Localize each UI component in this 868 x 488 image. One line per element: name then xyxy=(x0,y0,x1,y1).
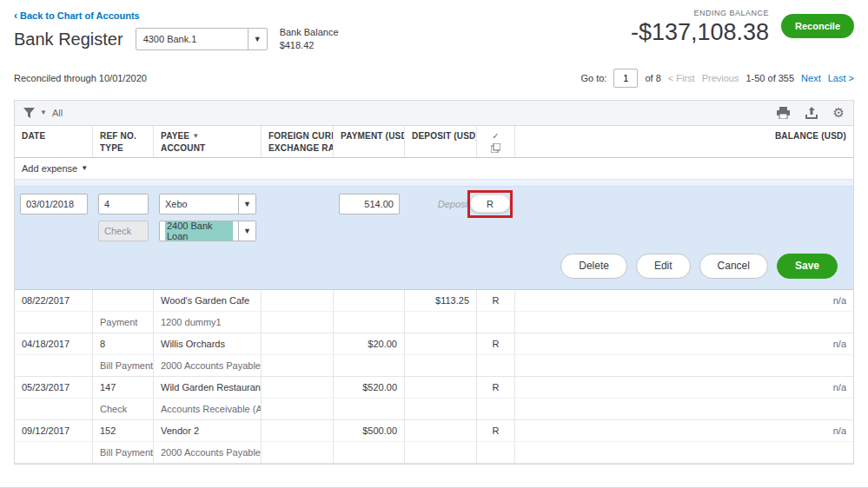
pager-range: 1-50 of 355 xyxy=(745,73,794,83)
row-payment: $500.00 xyxy=(334,420,405,441)
pager-previous[interactable]: Previous xyxy=(702,73,739,83)
bank-register-page: ‹Back to Chart of Accounts Bank Register… xyxy=(0,0,868,488)
row-deposit: $113.25 xyxy=(405,290,477,311)
row-payment xyxy=(334,290,405,311)
edit-date-input[interactable] xyxy=(20,194,88,214)
row-date: 08/22/2017 xyxy=(15,290,93,311)
subheader: Reconciled through 10/01/2020 Go to: of … xyxy=(0,53,868,88)
transaction-edit-block: ▼ Deposit R 2400 Bank Loan xyxy=(15,180,853,290)
row-account: 2000 Accounts Payable xyxy=(154,355,262,376)
edit-payment-input[interactable] xyxy=(339,194,400,214)
page-header: ‹Back to Chart of Accounts Bank Register… xyxy=(0,0,868,53)
account-select[interactable]: 4300 Bank.1 ▼ xyxy=(136,28,268,50)
add-expense-dropdown[interactable]: Add expense ▼ xyxy=(15,158,853,180)
col-header-payment[interactable]: PAYMENT (USD) xyxy=(334,126,405,142)
back-to-chart-of-accounts-link[interactable]: ‹Back to Chart of Accounts xyxy=(14,10,140,22)
delete-button[interactable]: Delete xyxy=(560,254,627,279)
header-left: ‹Back to Chart of Accounts Bank Register… xyxy=(14,7,339,53)
register-table: ▼ All ⚙ DATE REF NO. PAYEE▼ FOREIGN CURR… xyxy=(14,100,854,465)
row-type: Bill Payment xyxy=(93,355,154,376)
col-header-balance: BALANCE (USD) xyxy=(515,126,853,142)
row-ref-no xyxy=(93,290,154,311)
col-header-deposit[interactable]: DEPOSIT (USD) xyxy=(405,126,477,142)
pagination: Go to: of 8 < First Previous 1-50 of 355… xyxy=(580,69,854,88)
row-payee: Wood's Garden Cafe xyxy=(154,290,262,311)
col-header-date[interactable]: DATE xyxy=(15,126,93,142)
pager-last[interactable]: Last > xyxy=(828,73,854,83)
goto-page-input[interactable] xyxy=(613,69,638,88)
edit-button[interactable]: Edit xyxy=(636,254,691,279)
col-header-ref-no[interactable]: REF NO. xyxy=(93,126,154,142)
chevron-down-icon[interactable]: ▼ xyxy=(238,221,255,241)
reconcile-button[interactable]: Reconcile xyxy=(781,14,854,38)
back-link-label: Back to Chart of Accounts xyxy=(20,10,140,21)
table-header: DATE REF NO. PAYEE▼ FOREIGN CURRENC PAYM… xyxy=(15,126,853,158)
col-header-payee[interactable]: PAYEE▼ xyxy=(154,126,262,142)
chevron-down-icon[interactable]: ▼ xyxy=(248,29,267,49)
edit-type-field xyxy=(98,221,149,241)
filter-dropdown[interactable]: ▼ All xyxy=(23,108,63,118)
table-row[interactable]: 08/22/2017 Wood's Garden Cafe $113.25 R … xyxy=(15,290,853,333)
row-balance: n/a xyxy=(515,377,853,398)
cancel-button[interactable]: Cancel xyxy=(699,254,768,279)
chevron-down-icon[interactable]: ▼ xyxy=(238,195,255,214)
row-account: 2000 Accounts Payable xyxy=(154,442,262,463)
row-reconcile-status[interactable]: R xyxy=(477,377,515,398)
col-header-reconcile-check-icon: ✓ xyxy=(477,126,515,142)
pager-next[interactable]: Next xyxy=(801,73,821,83)
filter-label: All xyxy=(52,108,63,118)
gear-icon[interactable]: ⚙ xyxy=(833,105,845,121)
row-account: 1200 dummy1 xyxy=(154,312,262,333)
ending-balance-label: ENDING BALANCE xyxy=(631,9,769,17)
row-balance: n/a xyxy=(515,290,853,311)
row-deposit xyxy=(405,333,477,354)
row-payee: Wild Garden Restaurant xyxy=(154,377,262,398)
header-right: ENDING BALANCE -$137,108.38 Reconcile xyxy=(631,7,854,46)
row-balance: n/a xyxy=(515,333,853,354)
pager-first[interactable]: < First xyxy=(668,73,695,83)
row-payee: Willis Orchards xyxy=(154,333,262,354)
table-row[interactable]: 04/18/2017 8 Willis Orchards $20.00 R n/… xyxy=(15,333,853,377)
col-header-exchange-rate: EXCHANGE RATE xyxy=(262,142,334,157)
row-reconcile-status[interactable]: R xyxy=(477,420,515,441)
table-row[interactable]: 05/23/2017 147 Wild Garden Restaurant $5… xyxy=(15,377,853,420)
edit-strip xyxy=(15,180,853,187)
row-type: Check xyxy=(93,399,154,419)
filter-icon xyxy=(23,108,35,118)
chevron-down-icon: ▼ xyxy=(192,132,199,140)
edit-account-combo[interactable]: 2400 Bank Loan ▼ xyxy=(159,221,256,241)
row-ref-no: 8 xyxy=(93,333,154,354)
print-icon[interactable] xyxy=(777,107,790,119)
page-title: Bank Register xyxy=(14,30,123,49)
edit-payee-combo[interactable]: ▼ xyxy=(159,194,256,214)
row-account: Accounts Receivable (A... xyxy=(154,399,262,419)
col-header-foreign-currency: FOREIGN CURRENC xyxy=(262,126,334,142)
edit-deposit-placeholder[interactable]: Deposit xyxy=(410,199,472,209)
row-deposit xyxy=(405,420,477,441)
row-date: 09/12/2017 xyxy=(15,420,93,441)
row-payment: $520.00 xyxy=(334,377,405,398)
back-chevron-icon: ‹ xyxy=(14,10,17,22)
row-ref-no: 147 xyxy=(93,377,154,398)
row-date: 04/18/2017 xyxy=(15,333,93,354)
bank-balance: Bank Balance $418.42 xyxy=(280,26,339,53)
edit-account-value: 2400 Bank Loan xyxy=(165,221,233,241)
row-ref-no: 152 xyxy=(93,420,154,441)
row-reconcile-status[interactable]: R xyxy=(477,333,515,354)
table-toolbar: ▼ All ⚙ xyxy=(15,100,853,126)
copy-icon[interactable] xyxy=(477,142,515,157)
table-row[interactable]: 09/12/2017 152 Vendor 2 $500.00 R n/a Bi… xyxy=(15,420,853,464)
row-reconcile-status[interactable]: R xyxy=(477,290,515,311)
row-type: Payment xyxy=(93,312,154,333)
export-icon[interactable] xyxy=(805,107,818,119)
row-balance: n/a xyxy=(515,420,853,441)
row-payment: $20.00 xyxy=(334,333,405,354)
goto-label: Go to: xyxy=(580,73,606,83)
edit-ref-no-input[interactable] xyxy=(98,194,149,214)
ending-balance-value: -$137,108.38 xyxy=(631,19,769,46)
add-expense-label: Add expense xyxy=(22,163,77,174)
row-deposit xyxy=(405,377,477,398)
save-button[interactable]: Save xyxy=(777,254,838,279)
edit-payee-input[interactable] xyxy=(160,195,238,214)
edit-reconcile-status-button[interactable]: R xyxy=(470,195,510,213)
